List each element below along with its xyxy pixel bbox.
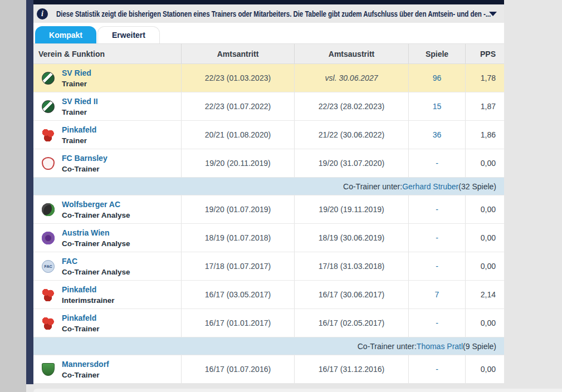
club-link[interactable]: FAC xyxy=(62,256,130,267)
spiele-empty: - xyxy=(436,159,438,168)
club-link[interactable]: SV Ried xyxy=(62,67,91,79)
club-cell: Wolfsberger AC Co-Trainer Analyse xyxy=(33,195,181,223)
amtsaustritt-cell: 19/20 (31.07.2020) xyxy=(294,149,408,177)
spiele-link[interactable]: 7 xyxy=(435,290,439,299)
pinkafeld-crest-logo[interactable] xyxy=(42,288,55,301)
barnsley-crest-logo[interactable] xyxy=(42,157,55,170)
spiele-cell: - xyxy=(408,355,465,383)
wolfsberger-ac-crest-logo[interactable] xyxy=(42,203,55,216)
spiele-cell: 96 xyxy=(408,64,465,92)
co-trainer-note-row: Co-Trainer unter: Thomas Pratl (9 Spiele… xyxy=(33,337,504,355)
pinkafeld-crest-logo[interactable] xyxy=(42,129,55,141)
spiele-cell: 7 xyxy=(408,281,465,308)
spiele-cell: - xyxy=(408,224,465,252)
table-row: FAC FAC Co-Trainer Analyse 17/18 (01.07.… xyxy=(33,252,504,281)
club-cell: Pinkafeld Interimstrainer xyxy=(33,281,181,308)
club-link[interactable]: Pinkafeld xyxy=(62,284,115,295)
pps-value: 0,00 xyxy=(465,309,504,337)
austria-wien-crest-logo[interactable] xyxy=(42,232,55,244)
amtsantritt-cell: 16/17 (01.01.2017) xyxy=(181,309,294,337)
club-cell: FAC FAC Co-Trainer Analyse xyxy=(33,252,181,280)
head-coach-link[interactable]: Thomas Pratl xyxy=(417,342,463,351)
club-link[interactable]: Austria Wien xyxy=(62,227,130,238)
amtsaustritt-cell: vsl. 30.06.2027 xyxy=(294,64,408,92)
note-prefix: Co-Trainer unter: xyxy=(343,182,402,191)
pps-value: 0,00 xyxy=(465,195,504,223)
role-label: Co-Trainer xyxy=(62,164,107,174)
club-link[interactable]: Pinkafeld xyxy=(62,312,100,324)
role-label: Trainer xyxy=(62,79,91,89)
amtsantritt-cell: 19/20 (20.11.2019) xyxy=(181,149,294,177)
amtsaustritt-cell: 18/19 (30.06.2019) xyxy=(294,224,408,252)
mannersdorf-crest-logo[interactable] xyxy=(42,363,55,376)
pps-value: 1,78 xyxy=(465,64,504,92)
role-label: Co-Trainer Analyse xyxy=(62,210,130,220)
amtsantritt-cell: 16/17 (01.07.2016) xyxy=(181,355,294,383)
header-amtsantritt: Amtsantritt xyxy=(181,44,294,63)
amtsantritt-cell: 17/18 (01.07.2017) xyxy=(181,252,294,280)
amtsantritt-cell: 18/19 (01.07.2018) xyxy=(181,224,294,252)
chevron-down-icon[interactable] xyxy=(489,12,497,16)
club-cell: Mannersdorf Co-Trainer xyxy=(33,355,181,383)
info-icon: i xyxy=(37,8,48,19)
next-section-top-edge xyxy=(33,389,562,392)
club-link[interactable]: Wolfsberger AC xyxy=(62,199,130,210)
role-label: Co-Trainer Analyse xyxy=(62,267,130,277)
table-row: Pinkafeld Interimstrainer 16/17 (03.05.2… xyxy=(33,281,504,309)
header-pps: PPS xyxy=(465,44,504,63)
club-cell: SV Ried Trainer xyxy=(33,64,181,92)
amtsantritt-cell: 22/23 (01.03.2023) xyxy=(181,64,294,92)
spiele-link[interactable]: 96 xyxy=(433,74,442,82)
amtsantritt-cell: 20/21 (01.08.2020) xyxy=(181,121,294,149)
note-prefix: Co-Trainer unter: xyxy=(358,342,417,351)
amtsaustritt-cell: 16/17 (02.05.2017) xyxy=(294,309,408,337)
role-label: Co-Trainer xyxy=(62,370,109,380)
spiele-link[interactable]: 15 xyxy=(433,102,442,111)
spiele-empty: - xyxy=(436,262,438,271)
club-cell: SV Ried II Trainer xyxy=(33,92,181,120)
club-link[interactable]: FC Barnsley xyxy=(62,153,107,164)
page-left-background xyxy=(0,0,26,392)
spiele-cell: - xyxy=(408,195,465,223)
note-suffix: (32 Spiele) xyxy=(458,182,496,191)
sv-ried-crest-logo[interactable] xyxy=(42,72,55,85)
head-coach-link[interactable]: Gerhard Struber xyxy=(402,182,458,191)
club-link[interactable]: Mannersdorf xyxy=(62,359,109,370)
pinkafeld-crest-logo[interactable] xyxy=(42,317,55,330)
spiele-cell: 36 xyxy=(408,121,465,149)
tab-erweitert[interactable]: Erweitert xyxy=(97,26,160,43)
tab-kompakt[interactable]: Kompakt xyxy=(35,26,96,43)
note-suffix: (9 Spiele) xyxy=(463,342,496,351)
amtsaustritt-cell: 21/22 (30.06.2022) xyxy=(294,121,408,149)
fac-crest-logo[interactable]: FAC xyxy=(42,260,55,273)
amtsaustritt-cell: 22/23 (28.02.2023) xyxy=(294,92,408,120)
pps-value: 0,00 xyxy=(465,355,504,383)
table-row: Pinkafeld Co-Trainer 16/17 (01.01.2017) … xyxy=(33,309,504,337)
spiele-link[interactable]: 36 xyxy=(433,130,442,139)
spiele-cell: - xyxy=(408,149,465,177)
left-accent-stripe xyxy=(26,0,33,384)
amtsantritt-cell: 16/17 (03.05.2017) xyxy=(181,281,294,308)
spiele-empty: - xyxy=(436,233,438,242)
table-row: Wolfsberger AC Co-Trainer Analyse 19/20 … xyxy=(33,195,504,224)
header-amtsaustritt: Amtsaustritt xyxy=(294,44,408,63)
widget-top-bar xyxy=(33,0,504,4)
pps-value: 0,00 xyxy=(465,224,504,252)
club-cell: FC Barnsley Co-Trainer xyxy=(33,149,181,177)
sv-ried-crest-logo[interactable] xyxy=(42,100,55,113)
spiele-empty: - xyxy=(436,205,438,214)
spiele-cell: 15 xyxy=(408,92,465,120)
table-row: SV Ried II Trainer 22/23 (01.07.2022) 22… xyxy=(33,92,504,121)
amtsaustritt-cell: 16/17 (30.06.2017) xyxy=(294,281,408,308)
header-spiele: Spiele xyxy=(408,44,465,63)
table-header-row: Verein & Funktion Amtsantritt Amtsaustri… xyxy=(33,43,504,64)
info-text: Diese Statistik zeigt die bisherigen Sta… xyxy=(56,9,491,18)
club-cell: Pinkafeld Trainer xyxy=(33,121,181,149)
pps-value: 1,87 xyxy=(465,92,504,120)
club-link[interactable]: SV Ried II xyxy=(62,96,98,107)
role-label: Co-Trainer xyxy=(62,324,100,334)
club-link[interactable]: Pinkafeld xyxy=(62,124,96,135)
info-bar: i Diese Statistik zeigt die bisherigen S… xyxy=(33,4,504,23)
table-row: FC Barnsley Co-Trainer 19/20 (20.11.2019… xyxy=(33,149,504,178)
header-verein-funktion: Verein & Funktion xyxy=(33,44,181,63)
